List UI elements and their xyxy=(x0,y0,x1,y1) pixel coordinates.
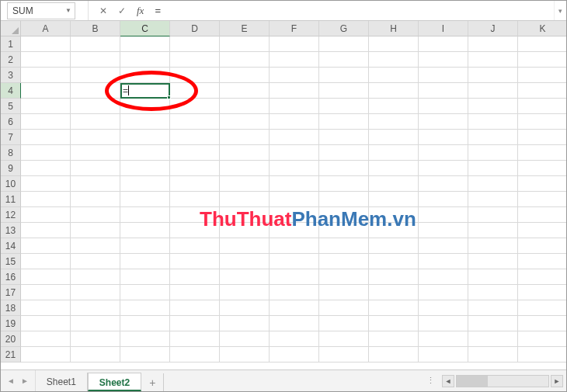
cell[interactable] xyxy=(120,36,170,52)
cell[interactable] xyxy=(21,83,71,99)
cell[interactable] xyxy=(419,145,468,161)
cell[interactable] xyxy=(220,68,270,83)
cell[interactable] xyxy=(21,192,71,207)
cell[interactable] xyxy=(21,130,71,145)
cell[interactable] xyxy=(369,238,419,254)
scroll-track[interactable] xyxy=(456,375,549,387)
row-header-17[interactable]: 17 xyxy=(1,285,21,300)
cell[interactable] xyxy=(120,192,170,207)
row-header-14[interactable]: 14 xyxy=(1,238,21,254)
cell[interactable] xyxy=(468,192,518,207)
row-header-8[interactable]: 8 xyxy=(1,145,21,161)
fill-handle[interactable] xyxy=(167,95,171,99)
cell[interactable] xyxy=(468,99,518,114)
cell[interactable] xyxy=(71,145,120,161)
cell[interactable] xyxy=(21,114,71,130)
cell[interactable] xyxy=(270,300,319,316)
cell[interactable] xyxy=(319,300,369,316)
row-header-5[interactable]: 5 xyxy=(1,99,21,114)
cell[interactable] xyxy=(71,130,120,145)
cell[interactable] xyxy=(319,176,369,192)
cell[interactable] xyxy=(419,254,468,269)
row-header-7[interactable]: 7 xyxy=(1,130,21,145)
row-header-2[interactable]: 2 xyxy=(1,52,21,68)
row-header-19[interactable]: 19 xyxy=(1,316,21,331)
cell[interactable] xyxy=(71,36,120,52)
cell[interactable] xyxy=(71,52,120,68)
cell[interactable] xyxy=(170,68,220,83)
cell[interactable] xyxy=(319,161,369,176)
cell[interactable] xyxy=(170,269,220,285)
cell[interactable] xyxy=(419,285,468,300)
sheet-tab-sheet2[interactable]: Sheet2 xyxy=(88,373,141,391)
cell[interactable] xyxy=(170,285,220,300)
cell[interactable] xyxy=(220,316,270,331)
cell[interactable] xyxy=(21,285,71,300)
cell[interactable] xyxy=(21,161,71,176)
row-header-10[interactable]: 10 xyxy=(1,176,21,192)
cell[interactable] xyxy=(120,207,170,223)
select-all-corner[interactable] xyxy=(1,21,21,36)
cell[interactable] xyxy=(319,223,369,238)
cell[interactable] xyxy=(270,223,319,238)
cell[interactable] xyxy=(468,223,518,238)
row-header-15[interactable]: 15 xyxy=(1,254,21,269)
sheet-nav-prev-icon[interactable]: ◄ xyxy=(7,376,15,385)
cell[interactable] xyxy=(120,238,170,254)
cell[interactable] xyxy=(419,161,468,176)
cell[interactable] xyxy=(419,130,468,145)
cell[interactable] xyxy=(270,176,319,192)
cell[interactable] xyxy=(170,145,220,161)
cell[interactable] xyxy=(170,130,220,145)
add-sheet-button[interactable]: + xyxy=(141,373,164,392)
cell[interactable] xyxy=(369,316,419,331)
column-header-B[interactable]: B xyxy=(71,21,120,36)
cell[interactable] xyxy=(170,176,220,192)
cell[interactable] xyxy=(518,316,566,331)
scroll-left-button[interactable]: ◄ xyxy=(442,375,454,387)
column-header-J[interactable]: J xyxy=(468,21,518,36)
row-header-12[interactable]: 12 xyxy=(1,207,21,223)
cell[interactable] xyxy=(170,161,220,176)
scroll-thumb[interactable] xyxy=(457,376,488,387)
cell[interactable] xyxy=(220,269,270,285)
cell[interactable] xyxy=(71,223,120,238)
cell[interactable] xyxy=(468,161,518,176)
cell[interactable] xyxy=(419,68,468,83)
cell[interactable] xyxy=(468,114,518,130)
row-header-18[interactable]: 18 xyxy=(1,300,21,316)
cell[interactable] xyxy=(419,331,468,347)
column-header-A[interactable]: A xyxy=(21,21,71,36)
cell[interactable] xyxy=(270,347,319,363)
cell[interactable] xyxy=(419,114,468,130)
cell[interactable] xyxy=(270,99,319,114)
cell[interactable] xyxy=(170,331,220,347)
cell[interactable] xyxy=(518,68,566,83)
cell[interactable] xyxy=(319,269,369,285)
cell[interactable] xyxy=(369,145,419,161)
cell[interactable] xyxy=(220,52,270,68)
cell[interactable] xyxy=(369,347,419,363)
cell[interactable] xyxy=(468,176,518,192)
cell[interactable] xyxy=(170,52,220,68)
cell[interactable] xyxy=(170,207,220,223)
cell[interactable] xyxy=(71,192,120,207)
column-header-D[interactable]: D xyxy=(170,21,220,36)
cell[interactable] xyxy=(270,238,319,254)
cell[interactable] xyxy=(71,68,120,83)
cell[interactable] xyxy=(21,36,71,52)
cell[interactable] xyxy=(518,99,566,114)
cell[interactable] xyxy=(220,99,270,114)
cell[interactable] xyxy=(270,316,319,331)
cell[interactable] xyxy=(369,223,419,238)
enter-icon[interactable]: ✓ xyxy=(118,6,126,16)
row-header-13[interactable]: 13 xyxy=(1,223,21,238)
cell[interactable] xyxy=(170,99,220,114)
cell[interactable] xyxy=(518,130,566,145)
cell[interactable] xyxy=(319,207,369,223)
cell[interactable] xyxy=(518,285,566,300)
cell[interactable] xyxy=(319,347,369,363)
row-header-4[interactable]: 4 xyxy=(1,83,21,99)
cell[interactable] xyxy=(71,331,120,347)
cells-area[interactable]: = ThuThuatPhanMem.vn xyxy=(21,36,566,370)
